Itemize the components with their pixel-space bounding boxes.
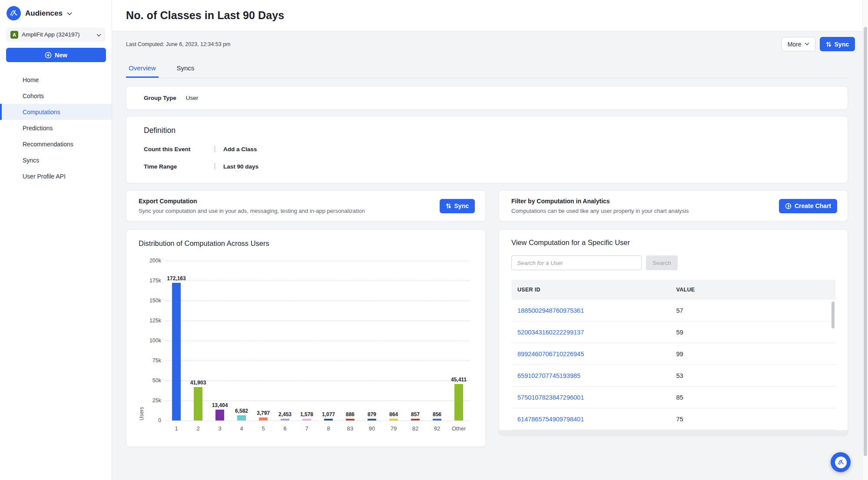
sidebar-item-computations[interactable]: Computations [0,104,112,120]
distribution-chart-card: Distribution of Computation Across Users… [126,229,486,447]
x-tick-label: 90 [361,425,383,432]
page-scrollbar-thumb[interactable] [864,27,867,456]
brand[interactable]: Audiences [0,0,112,26]
bar[interactable] [302,419,311,420]
time-range-label: Time Range [144,163,214,170]
tabs: Overview Syncs [126,59,848,78]
bar-column-83: 88683 [339,261,361,420]
definition-row: Time Range Last 90 days [144,163,830,170]
app-name: AmpliFit App (324197) [22,31,80,38]
column-user-id: USER ID [511,287,670,293]
sidebar-item-recommendations[interactable]: Recommendations [0,136,112,152]
tab-syncs[interactable]: Syncs [174,59,197,78]
amplitude-fab-button[interactable] [831,452,851,472]
x-tick-label: 5 [252,425,274,432]
bar-column-3: 13,4043 [209,261,231,420]
create-chart-button[interactable]: Create Chart [779,199,837,213]
bar[interactable] [194,387,202,420]
user-id-link[interactable]: 5750107823847296001 [517,394,584,401]
sidebar-item-home[interactable]: Home [0,72,112,88]
bar-value-label: 1,578 [300,411,313,417]
more-button[interactable]: More [782,37,815,51]
bar[interactable] [454,384,463,420]
app-selector[interactable]: A AmpliFit App (324197) [6,27,106,42]
chevron-down-icon [805,43,809,46]
search-button[interactable]: Search [646,255,678,270]
bar-value-label: 6,582 [235,408,248,414]
x-tick-label: 8 [318,425,339,432]
user-id-link[interactable]: 6147865754909798401 [517,416,584,423]
table-row: 65910270774519398553 [511,365,835,387]
new-button[interactable]: New [6,48,106,62]
user-value: 85 [670,394,835,401]
bar-column-4: 6,5824 [231,261,252,420]
sidebar-item-cohorts[interactable]: Cohorts [0,88,112,104]
y-axis-label: Users [139,261,145,420]
app-badge: A [10,31,18,39]
bar-column-8: 1,0778 [318,261,339,420]
bar-value-label: 13,404 [212,402,228,408]
user-search-input[interactable] [511,255,642,270]
chart-title: Distribution of Computation Across Users [139,239,473,248]
bar-value-label: 45,411 [451,377,467,383]
filter-analytics-card: Filter by Computation in Analytics Compu… [499,190,848,222]
bar-column-6: 2,4536 [274,261,296,420]
sync-button[interactable]: Sync [820,37,855,51]
bar[interactable] [259,417,268,420]
definition-row: Count this Event Add a Class [144,146,830,152]
bar[interactable] [215,410,224,420]
amplitude-logo-icon [835,457,847,468]
definition-title: Definition [144,126,830,135]
bar[interactable] [324,419,333,420]
count-event-label: Count this Event [144,146,214,152]
bar[interactable] [411,419,420,420]
table-scrollbar-thumb[interactable] [832,301,835,328]
table-horizontal-scrollbar[interactable] [499,430,848,435]
bar-column-Other: 45,411Other [448,261,470,420]
bar[interactable] [389,419,398,420]
x-tick-label: 4 [231,425,252,432]
app-root: Audiences A AmpliFit App (324197) New Ho… [0,0,868,480]
search-row: Search [511,255,835,270]
export-sync-button[interactable]: Sync [440,199,475,213]
sidebar-item-user-profile-api[interactable]: User Profile API [0,168,112,184]
tab-overview[interactable]: Overview [126,59,159,78]
bar[interactable] [433,419,441,420]
bar-value-label: 864 [389,411,398,417]
user-id-link[interactable]: 1885002948760975361 [517,307,584,314]
table-row: 188500294876097536157 [511,300,835,321]
sync-arrows-icon [446,203,451,209]
bar[interactable] [346,419,354,420]
analysis-row: Distribution of Computation Across Users… [126,229,848,447]
bar[interactable] [368,419,376,420]
table-header: USER ID VALUE [511,280,835,300]
user-id-link[interactable]: 659102707745193985 [517,372,580,379]
user-value: 99 [670,351,835,358]
bar[interactable] [237,415,246,420]
user-id-link[interactable]: 5200343160222299137 [517,329,584,336]
y-tick-label: 125k [149,318,161,324]
bar-column-90: 87990 [361,261,383,420]
bar-column-7: 1,5787 [296,261,318,420]
user-value: 53 [670,372,835,379]
page-scrollbar[interactable] [862,0,868,480]
bar-column-82: 85782 [404,261,426,420]
user-table: USER ID VALUE 18850029487609753615752003… [511,280,835,430]
table-body: 1885002948760975361575200343160222299137… [511,300,835,430]
table-row: 520034316022229913759 [511,321,835,343]
x-tick-label: 83 [339,425,361,432]
promo-row: Export Computation Sync your computation… [126,190,848,222]
filter-title: Filter by Computation in Analytics [511,198,772,205]
page-title: No. of Classes in Last 90 Days [126,9,284,22]
bar-value-label: 3,797 [257,410,270,416]
bar[interactable] [281,419,289,421]
bar-value-label: 879 [368,411,376,417]
bar[interactable] [172,283,181,420]
sync-button-label: Sync [835,41,849,48]
sidebar-item-predictions[interactable]: Predictions [0,120,112,136]
bar-value-label: 857 [411,411,420,417]
user-id-link[interactable]: 8992460706710226945 [517,351,584,358]
main-content: No. of Classes in Last 90 Days Last Comp… [112,0,868,480]
sidebar-item-syncs[interactable]: Syncs [0,152,112,168]
bar-column-79: 86479 [383,261,404,420]
